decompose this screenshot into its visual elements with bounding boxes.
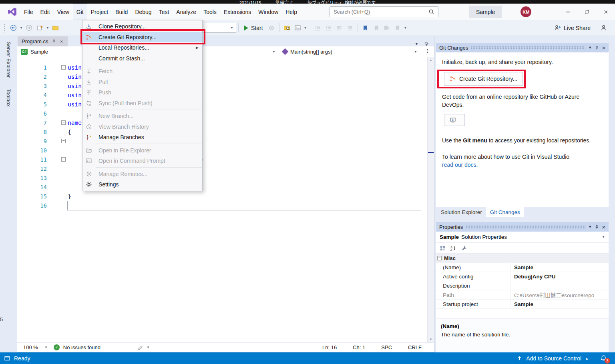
scroll-down-icon[interactable]: ▼ [429, 338, 432, 341]
menu-edit[interactable]: Edit [37, 4, 54, 20]
code-line-1[interactable]: 1−using System; [17, 63, 427, 72]
code-line-3[interactable]: 3using System.Linq; [17, 81, 427, 90]
code-line-9[interactable]: 9− class Program [17, 136, 427, 146]
issues-status[interactable]: No issues found [63, 344, 100, 350]
start-debugging-button[interactable]: Start [241, 25, 266, 31]
code-line-7[interactable]: 7−namespace Sample [17, 118, 427, 127]
pin-icon[interactable] [595, 46, 599, 50]
zoom-dropdown[interactable]: 100 % ▼ [21, 344, 50, 350]
menu-window[interactable]: Window [255, 4, 282, 20]
collapse-icon[interactable]: − [437, 256, 442, 260]
git-menu-item-settings[interactable]: Settings [82, 179, 202, 190]
fold-toggle-icon[interactable]: − [61, 120, 66, 125]
member-dropdown[interactable]: Main(string[] args) ▼ [279, 46, 421, 57]
property-value[interactable]: Sample [510, 263, 609, 272]
fold-toggle-icon[interactable]: − [61, 139, 66, 143]
git-menu-item-commit-or-stash[interactable]: Commit or Stash... [82, 53, 202, 64]
close-icon[interactable]: × [602, 224, 605, 230]
toggle-bookmark-button[interactable] [360, 22, 371, 33]
code-line-13[interactable]: 13 } [17, 173, 427, 182]
search-input[interactable]: Search (Ctrl+Q) [330, 6, 438, 17]
active-files-dropdown-icon[interactable]: ▼ [415, 42, 418, 46]
window-position-dropdown-icon[interactable]: ▼ [588, 225, 592, 229]
image-watch-button[interactable] [292, 22, 303, 33]
pin-icon[interactable] [52, 39, 56, 44]
git-menu-item-manage-branches[interactable]: Manage Branches [82, 132, 202, 143]
toolbar-overflow-icon[interactable]: ▼ [403, 26, 408, 30]
categorized-icon[interactable] [440, 245, 446, 251]
property-category-misc[interactable]: − Misc [436, 254, 609, 263]
menu-analyze[interactable]: Analyze [173, 4, 200, 20]
menu-project[interactable]: Project [87, 4, 112, 20]
new-project-dropdown-icon[interactable]: ▼ [45, 26, 50, 30]
scroll-up-icon[interactable]: ▲ [429, 58, 432, 62]
fold-toggle-icon[interactable]: − [61, 157, 66, 162]
property-value[interactable]: C:¥Users¥村田健二¥source¥repo [510, 290, 609, 299]
code-line-16[interactable]: 16 [17, 201, 427, 210]
window-position-dropdown-icon[interactable]: ▼ [588, 46, 592, 50]
property-value[interactable]: Debug|Any CPU [510, 272, 609, 281]
navigate-back-dropdown-icon[interactable]: ▼ [19, 26, 24, 30]
code-line-12[interactable]: 12 { [17, 164, 427, 173]
code-line-10[interactable]: 10 { [17, 146, 427, 155]
code-line-11[interactable]: 11− static void Main(string[] args) [17, 155, 427, 164]
close-tab-icon[interactable] [60, 40, 64, 44]
tab-solution-explorer[interactable]: Solution Explorer [437, 207, 486, 217]
notifications-button[interactable]: 3 [600, 355, 607, 362]
fold-toggle-icon[interactable]: − [61, 65, 66, 70]
code-line-4[interactable]: 4using System.Text; [17, 90, 427, 100]
properties-header[interactable]: Properties ▼ × [436, 222, 609, 232]
selected-object-dropdown[interactable]: Sample Solution Properties ▼ [436, 232, 609, 243]
sidebar-tab-toolbox[interactable]: Toolbox [6, 89, 12, 107]
code-line-5[interactable]: 5using System.Threading.Tasks; [17, 100, 427, 109]
menu-tools[interactable]: Tools [200, 4, 220, 20]
menu-git[interactable]: Git [73, 4, 87, 20]
send-feedback-button[interactable] [600, 24, 607, 31]
property-value[interactable] [510, 281, 609, 290]
close-button[interactable] [596, 4, 615, 20]
menu-view[interactable]: View [54, 4, 73, 20]
toolbar-drag-handle[interactable] [4, 24, 6, 32]
find-in-files-button[interactable] [281, 22, 292, 33]
code-line-15[interactable]: 15} [17, 192, 427, 201]
chevron-up-icon[interactable]: ▲ [585, 356, 589, 360]
menu-test[interactable]: Test [155, 4, 173, 20]
code-line-8[interactable]: 8{ [17, 127, 427, 136]
git-menu-item-local-repositories[interactable]: Local Repositories...▶ [82, 42, 202, 53]
menu-build[interactable]: Build [112, 4, 131, 20]
add-to-source-control-button[interactable]: Add to Source Control [526, 355, 581, 362]
open-folder-button[interactable] [50, 22, 61, 33]
window-options-icon[interactable] [424, 41, 429, 46]
property-pages-icon[interactable] [461, 245, 467, 251]
new-project-button[interactable] [34, 22, 45, 33]
git-menu-item-create-git-repository[interactable]: Create Git Repository... [82, 32, 202, 43]
create-git-repository-button[interactable]: Create Git Repository... [444, 72, 523, 86]
menu-extensions[interactable]: Extensions [220, 4, 255, 20]
menu-debug[interactable]: Debug [131, 4, 155, 20]
pin-icon[interactable] [595, 225, 599, 229]
git-changes-header[interactable]: Git Changes ▼ × [436, 43, 609, 52]
close-icon[interactable]: × [602, 44, 605, 51]
tab-git-changes[interactable]: Git Changes [486, 207, 524, 217]
read-our-docs-link[interactable]: read our docs. [442, 161, 603, 169]
vertical-scrollbar[interactable]: ▲ ▼ [427, 57, 434, 342]
code-editor[interactable]: 1−using System;2using System.Collections… [17, 57, 434, 342]
git-menu-item-clone-repository[interactable]: Clone Repository... [82, 21, 202, 32]
alphabetical-sort-icon[interactable]: AZ [450, 245, 456, 251]
clone-repository-button[interactable] [444, 114, 465, 126]
image-dropdown-icon[interactable]: ▼ [303, 26, 308, 30]
menu-file[interactable]: File [20, 4, 37, 20]
code-cleanup-button[interactable]: ▼ [138, 345, 150, 350]
navigate-backward-button[interactable] [8, 22, 19, 33]
split-window-icon[interactable] [421, 48, 434, 55]
sidebar-tab-server-explorer[interactable]: Server Explorer [6, 42, 12, 78]
property-value[interactable]: Sample [510, 300, 609, 308]
restore-button[interactable] [577, 4, 596, 20]
code-line-6[interactable]: 6 [17, 109, 427, 118]
code-line-2[interactable]: 2using System.Collections.Generic; [17, 72, 427, 81]
user-avatar[interactable]: KM [521, 6, 531, 17]
menu-help[interactable]: Help [282, 4, 301, 20]
tab-program-cs[interactable]: Program.cs [18, 36, 68, 46]
code-line-14[interactable]: 14 } [17, 182, 427, 192]
live-share-button[interactable]: Live Share [554, 24, 591, 31]
